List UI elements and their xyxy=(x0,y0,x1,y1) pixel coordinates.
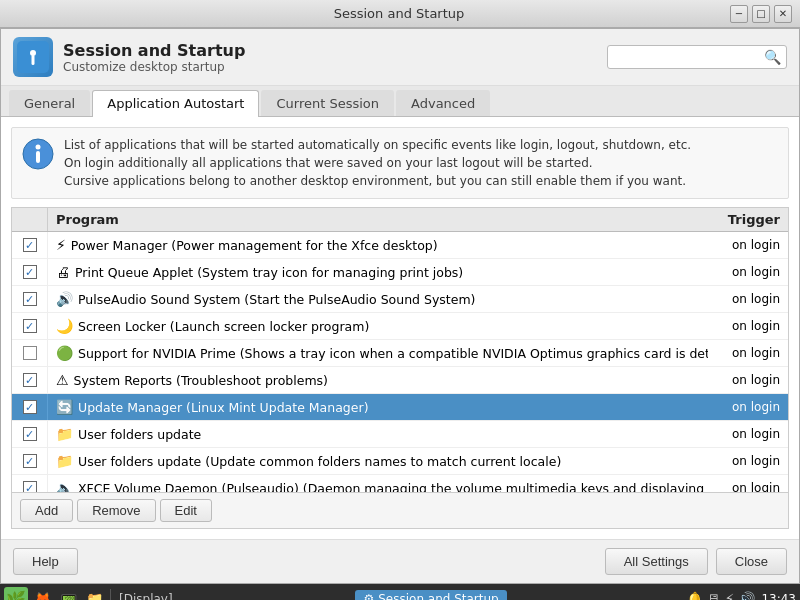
taskbar-separator xyxy=(110,589,111,600)
volume-tray-icon[interactable]: 🔊 xyxy=(738,591,755,600)
row-trigger: on login xyxy=(708,370,788,390)
checkbox[interactable] xyxy=(23,238,37,252)
checkbox[interactable] xyxy=(23,346,37,360)
row-checkbox[interactable] xyxy=(12,367,48,393)
row-checkbox[interactable] xyxy=(12,448,48,474)
table-row[interactable]: 🌙Screen Locker (Launch screen locker pro… xyxy=(12,313,788,340)
info-icon xyxy=(22,138,54,190)
clock: 13:43 xyxy=(761,592,796,600)
systray: 🔔 🖥 ⚡ 🔊 xyxy=(686,591,756,600)
svg-rect-2 xyxy=(32,55,35,65)
window-title: Session and Startup xyxy=(68,6,730,21)
row-label: User folders update (Update common folde… xyxy=(78,454,561,469)
tab-autostart[interactable]: Application Autostart xyxy=(92,90,259,117)
display-label[interactable]: [Display] xyxy=(115,592,177,600)
add-button[interactable]: Add xyxy=(20,499,73,522)
search-input[interactable] xyxy=(607,45,787,69)
power-tray-icon[interactable]: ⚡ xyxy=(725,591,735,600)
table-row[interactable]: ⚡Power Manager (Power management for the… xyxy=(12,232,788,259)
taskbar-right: 🔔 🖥 ⚡ 🔊 13:43 xyxy=(686,591,796,600)
row-program: 📁User folders update (Update common fold… xyxy=(48,450,708,472)
remove-button[interactable]: Remove xyxy=(77,499,155,522)
tab-current[interactable]: Current Session xyxy=(261,90,394,116)
active-window-label: Session and Startup xyxy=(378,592,499,600)
all-settings-button[interactable]: All Settings xyxy=(605,548,708,575)
display-tray-icon[interactable]: 🖥 xyxy=(707,591,721,600)
help-button[interactable]: Help xyxy=(13,548,78,575)
terminal-icon[interactable]: 📟 xyxy=(56,587,80,600)
table-row[interactable]: 🖨Print Queue Applet (System tray icon fo… xyxy=(12,259,788,286)
table-row[interactable]: 📁User folders updateon login xyxy=(12,421,788,448)
header-check-col xyxy=(12,208,48,231)
checkbox[interactable] xyxy=(23,265,37,279)
search-icon[interactable]: 🔍 xyxy=(764,49,781,65)
checkbox[interactable] xyxy=(23,400,37,414)
row-label: Support for NVIDIA Prime (Shows a tray i… xyxy=(78,346,708,361)
row-checkbox[interactable] xyxy=(12,232,48,258)
table-row[interactable]: ⚠System Reports (Troubleshoot problems)o… xyxy=(12,367,788,394)
row-trigger: on login xyxy=(708,424,788,444)
checkbox[interactable] xyxy=(23,292,37,306)
notification-icon[interactable]: 🔔 xyxy=(686,591,703,600)
row-program: 🌙Screen Locker (Launch screen locker pro… xyxy=(48,315,708,337)
row-app-icon: 🔈 xyxy=(56,480,73,492)
window-frame: Session and Startup Customize desktop st… xyxy=(0,28,800,584)
checkbox[interactable] xyxy=(23,373,37,387)
row-app-icon: 🖨 xyxy=(56,264,70,280)
row-label: System Reports (Troubleshoot problems) xyxy=(74,373,328,388)
row-checkbox[interactable] xyxy=(12,313,48,339)
table-row[interactable]: 🔊PulseAudio Sound System (Start the Puls… xyxy=(12,286,788,313)
checkbox[interactable] xyxy=(23,481,37,492)
checkbox[interactable] xyxy=(23,319,37,333)
search-wrapper: 🔍 xyxy=(607,45,787,69)
info-box: List of applications that will be starte… xyxy=(11,127,789,199)
tab-general[interactable]: General xyxy=(9,90,90,116)
row-checkbox[interactable] xyxy=(12,421,48,447)
table-row[interactable]: 🔄Update Manager (Linux Mint Update Manag… xyxy=(12,394,788,421)
row-app-icon: 🔄 xyxy=(56,399,73,415)
mint-menu-icon[interactable]: 🌿 xyxy=(4,587,28,600)
tabs-bar: GeneralApplication AutostartCurrent Sess… xyxy=(1,86,799,117)
row-checkbox[interactable] xyxy=(12,475,48,492)
row-program: 🔊PulseAudio Sound System (Start the Puls… xyxy=(48,288,708,310)
main-content: List of applications that will be starte… xyxy=(1,117,799,539)
table-row[interactable]: 📁User folders update (Update common fold… xyxy=(12,448,788,475)
close-button[interactable]: Close xyxy=(716,548,787,575)
active-window-button[interactable]: ⚙ Session and Startup xyxy=(355,590,506,600)
row-label: XFCE Volume Daemon (Pulseaudio) (Daemon … xyxy=(78,481,708,493)
row-checkbox[interactable] xyxy=(12,394,48,420)
info-line2: On login additionally all applications t… xyxy=(64,154,691,172)
row-app-icon: ⚡ xyxy=(56,237,66,253)
row-trigger: on login xyxy=(708,289,788,309)
firefox-icon[interactable]: 🦊 xyxy=(30,587,54,600)
row-label: Print Queue Applet (System tray icon for… xyxy=(75,265,463,280)
taskbar: 🌿 🦊 📟 📁 [Display] ⚙ Session and Startup … xyxy=(0,584,800,600)
edit-button[interactable]: Edit xyxy=(160,499,212,522)
row-app-icon: 📁 xyxy=(56,426,73,442)
row-app-icon: 📁 xyxy=(56,453,73,469)
row-program: 🔄Update Manager (Linux Mint Update Manag… xyxy=(48,396,708,418)
row-trigger: on login xyxy=(708,478,788,492)
files-icon[interactable]: 📁 xyxy=(82,587,106,600)
tab-advanced[interactable]: Advanced xyxy=(396,90,490,116)
table-row[interactable]: 🔈XFCE Volume Daemon (Pulseaudio) (Daemon… xyxy=(12,475,788,492)
row-checkbox[interactable] xyxy=(12,259,48,285)
row-label: PulseAudio Sound System (Start the Pulse… xyxy=(78,292,475,307)
minimize-button[interactable]: − xyxy=(730,5,748,23)
checkbox[interactable] xyxy=(23,427,37,441)
autostart-table: Program Trigger ⚡Power Manager (Power ma… xyxy=(11,207,789,493)
row-checkbox[interactable] xyxy=(12,286,48,312)
svg-point-4 xyxy=(36,145,41,150)
row-trigger: on login xyxy=(708,451,788,471)
restore-button[interactable]: □ xyxy=(752,5,770,23)
checkbox[interactable] xyxy=(23,454,37,468)
app-subtitle: Customize desktop startup xyxy=(63,60,245,74)
row-label: Screen Locker (Launch screen locker prog… xyxy=(78,319,369,334)
row-checkbox[interactable] xyxy=(12,340,48,366)
app-header: Session and Startup Customize desktop st… xyxy=(1,29,799,86)
row-program: 🖨Print Queue Applet (System tray icon fo… xyxy=(48,261,708,283)
table-header: Program Trigger xyxy=(12,208,788,232)
close-window-button[interactable]: ✕ xyxy=(774,5,792,23)
table-row[interactable]: 🟢Support for NVIDIA Prime (Shows a tray … xyxy=(12,340,788,367)
svg-rect-5 xyxy=(36,151,40,163)
